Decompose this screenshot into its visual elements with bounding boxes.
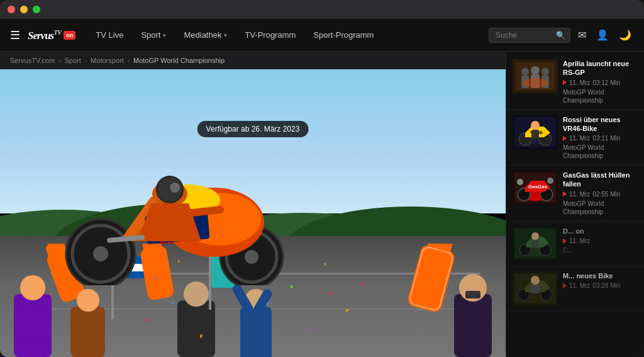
breadcrumb-current: MotoGP World Championship xyxy=(133,57,225,64)
svg-point-33 xyxy=(77,289,99,312)
svg-point-6 xyxy=(93,246,108,261)
svg-point-73 xyxy=(521,68,529,76)
nav-item-tv-live[interactable]: TV Live xyxy=(88,26,131,43)
on-badge: on xyxy=(64,31,75,40)
content-area: ServusTV.com › Sport › Motorsport › Moto… xyxy=(0,52,506,357)
nav-item-sport-programm[interactable]: Sport-Programm xyxy=(306,26,381,43)
svg-rect-48 xyxy=(406,244,456,314)
sidebar-title-3: GasGas lässt Hüllen fallen xyxy=(563,171,638,189)
sidebar-info-4: D... on 11. Mrz C... xyxy=(563,227,638,261)
search-icon: 🔍 xyxy=(556,31,565,40)
svg-point-79 xyxy=(523,78,548,88)
browser-chrome xyxy=(0,0,644,19)
traffic-light-yellow[interactable] xyxy=(20,6,28,13)
play-icon-1 xyxy=(563,80,567,85)
sidebar-card-1[interactable]: Aprilia launcht neue RS-GP 11. Mrz 03:12… xyxy=(506,54,644,110)
moon-icon[interactable]: 🌙 xyxy=(616,26,634,43)
svg-rect-32 xyxy=(70,307,105,357)
main-content: ServusTV.com › Sport › Motorsport › Moto… xyxy=(0,52,644,357)
app: ☰ ServusTV on TV Live Sport ▾ Mediathek … xyxy=(0,19,644,357)
traffic-light-green[interactable] xyxy=(33,6,40,13)
search-bar[interactable]: 🔍 xyxy=(489,28,570,43)
sidebar-info-1: Aprilia launcht neue RS-GP 11. Mrz 03:12… xyxy=(563,59,638,105)
svg-point-104 xyxy=(531,232,539,240)
svg-point-97 xyxy=(547,178,553,184)
svg-rect-88 xyxy=(531,130,539,139)
play-icon-2 xyxy=(563,136,567,141)
sidebar-meta-3: 11. Mrz 02:55 Min xyxy=(563,191,638,198)
breadcrumb: ServusTV.com › Sport › Motorsport › Moto… xyxy=(0,52,506,69)
nav-item-mediathek[interactable]: Mediathek ▾ xyxy=(176,26,235,43)
nav-right: 🔍 ✉ 👤 🌙 xyxy=(489,26,634,43)
sidebar-category-2: MotoGP World Championship xyxy=(563,144,638,160)
sidebar-thumb-5 xyxy=(513,271,558,305)
user-icon[interactable]: 👤 xyxy=(594,26,611,43)
sidebar: Aprilia launcht neue RS-GP 11. Mrz 03:12… xyxy=(506,52,644,357)
svg-rect-25 xyxy=(14,294,52,357)
nav-item-sport[interactable]: Sport ▾ xyxy=(133,26,174,43)
breadcrumb-sep-1: › xyxy=(58,57,60,64)
breadcrumb-sport[interactable]: Sport xyxy=(64,57,80,64)
breadcrumb-home[interactable]: ServusTV.com xyxy=(10,57,55,64)
chevron-down-icon: ▾ xyxy=(224,32,227,38)
sidebar-category-3: MotoGP World Championship xyxy=(563,200,638,216)
svg-point-87 xyxy=(531,121,540,130)
sidebar-title-5: M... neues Bike xyxy=(563,271,638,280)
svg-rect-105 xyxy=(531,240,539,248)
svg-point-96 xyxy=(517,179,523,185)
play-icon-3 xyxy=(563,191,567,196)
sidebar-card-3[interactable]: GasGas GasGas lässt Hüllen fallen 11. Mr… xyxy=(506,166,644,222)
sidebar-thumb-2: VR46 xyxy=(513,115,558,149)
svg-point-77 xyxy=(541,68,549,76)
sidebar-meta-1: 11. Mrz 03:12 Min xyxy=(563,79,638,86)
traffic-light-red[interactable] xyxy=(8,6,15,13)
sidebar-thumb-4 xyxy=(513,227,558,261)
sidebar-meta-4: 11. Mrz xyxy=(563,237,638,244)
nav-item-tv-programm[interactable]: TV-Programm xyxy=(237,26,303,43)
breadcrumb-motorsport[interactable]: Motorsport xyxy=(91,57,124,64)
hamburger-menu[interactable]: ☰ xyxy=(10,28,20,42)
mail-icon[interactable]: ✉ xyxy=(575,26,589,43)
breadcrumb-sep-2: › xyxy=(85,57,87,64)
svg-text:GasGas: GasGas xyxy=(528,184,548,190)
chevron-down-icon: ▾ xyxy=(163,32,166,38)
availability-badge: Verfügbar ab 26. März 2023 xyxy=(197,121,309,137)
navbar: ☰ ServusTV on TV Live Sport ▾ Mediathek … xyxy=(0,19,644,52)
sidebar-card-4[interactable]: D... on 11. Mrz C... xyxy=(506,222,644,266)
hero-section: Red Bull xyxy=(0,69,506,357)
sidebar-title-2: Rossi über neues VR46-Bike xyxy=(563,115,638,133)
search-input[interactable] xyxy=(496,31,552,40)
svg-rect-113 xyxy=(531,285,540,293)
sidebar-title-1: Aprilia launcht neue RS-GP xyxy=(563,59,638,77)
sidebar-card-2[interactable]: VR46 Rossi über neues VR46-Bike 11. Mrz … xyxy=(506,110,644,166)
breadcrumb-sep-3: › xyxy=(128,57,130,64)
play-icon-4 xyxy=(563,239,567,244)
sidebar-thumb-3: GasGas xyxy=(513,171,558,205)
nav-items: TV Live Sport ▾ Mediathek ▾ TV-Programm … xyxy=(88,26,489,43)
svg-point-112 xyxy=(531,276,540,285)
play-icon-5 xyxy=(563,283,567,288)
sidebar-thumb-1 xyxy=(513,59,558,93)
svg-rect-52 xyxy=(454,294,492,357)
svg-rect-54 xyxy=(465,291,480,298)
sidebar-info-5: M... neues Bike 11. Mrz 03:28 Min xyxy=(563,271,638,305)
sidebar-info-3: GasGas lässt Hüllen fallen 11. Mrz 02:55… xyxy=(563,171,638,216)
logo-text: ServusTV xyxy=(28,28,61,42)
svg-point-75 xyxy=(531,66,540,75)
sidebar-title-4: D... on xyxy=(563,227,638,235)
sidebar-info-2: Rossi über neues VR46-Bike 11. Mrz 03:11… xyxy=(563,115,638,161)
site-logo[interactable]: ServusTV on xyxy=(28,28,75,42)
sidebar-category-1: MotoGP World Championship xyxy=(563,88,638,105)
sidebar-meta-5: 11. Mrz 03:28 Min xyxy=(563,282,638,289)
sidebar-card-5[interactable]: M... neues Bike 11. Mrz 03:28 Min xyxy=(506,266,644,311)
motorcycle-scene: Red Bull xyxy=(25,147,340,285)
svg-rect-27 xyxy=(20,307,31,344)
browser-window: ☰ ServusTV on TV Live Sport ▾ Mediathek … xyxy=(0,0,644,357)
svg-point-9 xyxy=(245,250,258,264)
sidebar-category-4: C... xyxy=(563,246,638,254)
svg-rect-28 xyxy=(34,307,45,344)
svg-point-21 xyxy=(170,183,180,193)
sidebar-meta-2: 11. Mrz 03:11 Min xyxy=(563,135,638,142)
